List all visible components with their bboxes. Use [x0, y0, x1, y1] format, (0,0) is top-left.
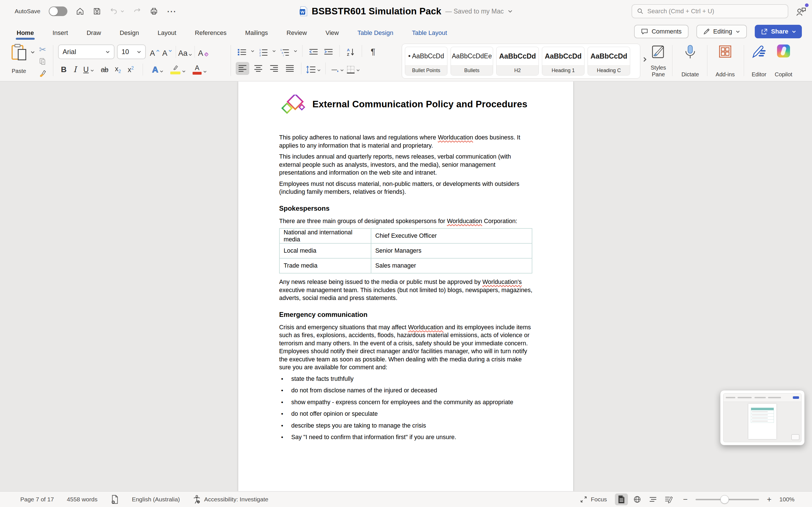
bullet-marker: •	[281, 375, 283, 383]
shrink-font-button[interactable]: A	[161, 45, 173, 58]
italic-button[interactable]: I	[73, 66, 77, 73]
editor-button[interactable]: Editor	[748, 45, 770, 78]
zoom-slider[interactable]	[696, 495, 759, 504]
undo-icon[interactable]	[110, 7, 118, 15]
style-heading-c[interactable]: AaBbCcDd Heading C	[588, 47, 630, 75]
sort-icon: AZ	[346, 47, 355, 56]
paste-button[interactable]	[9, 44, 29, 61]
tab-review[interactable]: Review	[277, 24, 316, 42]
numbered-list-chevron-icon[interactable]	[272, 50, 276, 52]
font-name-select[interactable]: Arial	[58, 45, 114, 59]
style-h2[interactable]: AaBbCcDd H2	[496, 47, 539, 75]
web-layout-view-button[interactable]	[631, 494, 644, 505]
tab-draw[interactable]: Draw	[77, 24, 110, 42]
outline-view-button[interactable]	[647, 494, 659, 505]
change-case-button[interactable]: Aa	[178, 45, 192, 58]
tab-table-design[interactable]: Table Design	[348, 24, 403, 42]
outline-view-icon	[649, 496, 657, 503]
font-color-button[interactable]: A	[193, 64, 207, 75]
zoom-out-button[interactable]: −	[683, 495, 688, 504]
print-layout-view-button[interactable]	[615, 494, 628, 505]
align-left-button[interactable]	[236, 62, 249, 75]
search-input[interactable]	[647, 8, 783, 15]
styles-pane-button[interactable]: Styles Pane	[646, 45, 670, 78]
tab-mailings[interactable]: Mailings	[236, 24, 277, 42]
underline-button[interactable]: U	[83, 66, 94, 73]
paste-chevron-icon[interactable]	[31, 51, 35, 54]
redo-icon[interactable]	[133, 7, 141, 15]
list-item-text: show empathy - express concern for emplo…	[291, 399, 513, 406]
strikethrough-button[interactable]: ab	[101, 66, 108, 73]
text-effects-button[interactable]: A	[152, 65, 163, 74]
tab-insert[interactable]: Insert	[43, 24, 77, 42]
draft-view-button[interactable]	[662, 494, 675, 505]
focus-mode-button[interactable]: Focus	[580, 496, 607, 503]
show-paragraph-marks-button[interactable]: ¶	[367, 45, 379, 57]
comments-button[interactable]: Comments	[634, 25, 688, 38]
shading-button[interactable]	[330, 62, 344, 75]
multilevel-list-button[interactable]: 1ai	[278, 45, 291, 57]
editing-mode-button[interactable]: Editing	[696, 25, 747, 38]
style-heading-1[interactable]: AaBbCcDd Heading 1	[542, 47, 585, 75]
bullet-list-chevron-icon[interactable]	[251, 50, 255, 52]
more-commands-icon[interactable]: ⋯	[167, 8, 177, 14]
people-presence-icon[interactable]	[796, 6, 807, 16]
font-size-select[interactable]: 10	[117, 45, 146, 59]
language-selector[interactable]: English (Australia)	[132, 496, 180, 503]
line-spacing-button[interactable]	[306, 62, 321, 75]
save-icon[interactable]	[93, 7, 101, 15]
tab-view[interactable]: View	[316, 24, 348, 42]
numbered-list-button[interactable]: 123	[257, 45, 269, 57]
cut-button[interactable]: ✂	[37, 45, 49, 54]
copilot-button[interactable]: Copilot	[771, 45, 796, 78]
bullet-list-button[interactable]	[236, 45, 248, 57]
copy-button[interactable]	[37, 57, 49, 66]
style-bullet-points[interactable]: • AaBbCcDd Bullet Points	[405, 47, 448, 75]
bullet-marker: •	[281, 410, 283, 418]
accessibility-status[interactable]: ! Accessibility: Investigate	[193, 495, 268, 504]
dictate-button[interactable]: Dictate	[677, 45, 704, 78]
align-center-button[interactable]	[252, 62, 265, 75]
style-bullets[interactable]: AaBbCcDdEe Bullets	[451, 47, 493, 75]
clear-formatting-button[interactable]: A	[197, 45, 209, 58]
page-count[interactable]: Page 7 of 17	[20, 496, 54, 503]
proofing-status-icon[interactable]	[110, 495, 119, 504]
addins-button[interactable]: Add-ins	[712, 45, 739, 78]
tab-references[interactable]: References	[186, 24, 236, 42]
document-page[interactable]: External Communication Policy and Proced…	[238, 81, 573, 491]
paragraph: Employees must not discuss material, non…	[279, 180, 533, 196]
tab-table-layout[interactable]: Table Layout	[403, 24, 456, 42]
justify-button[interactable]	[283, 62, 297, 75]
word-count[interactable]: 4558 words	[67, 496, 98, 503]
grow-font-caret-icon	[156, 50, 160, 52]
grow-font-button[interactable]: A	[149, 45, 161, 58]
undo-chevron-icon[interactable]	[120, 10, 124, 13]
zoom-percentage[interactable]: 100%	[779, 496, 795, 503]
search-box[interactable]	[631, 4, 788, 18]
multilevel-chevron-icon[interactable]	[294, 50, 297, 52]
bullet-marker: •	[281, 386, 283, 395]
bold-button[interactable]: B	[61, 66, 66, 73]
increase-indent-button[interactable]	[322, 45, 335, 57]
comments-label: Comments	[652, 28, 681, 35]
print-icon[interactable]	[150, 7, 158, 15]
home-icon[interactable]	[76, 7, 84, 15]
zoom-in-button[interactable]: +	[767, 495, 771, 504]
borders-button[interactable]	[346, 62, 360, 75]
superscript-button[interactable]: x2	[128, 66, 134, 73]
sort-button[interactable]: AZ	[345, 45, 357, 57]
decrease-indent-button[interactable]	[307, 45, 320, 57]
tab-home[interactable]: Home	[7, 24, 43, 42]
tab-design[interactable]: Design	[110, 24, 148, 42]
share-button[interactable]: Share	[755, 25, 802, 38]
tab-layout[interactable]: Layout	[148, 24, 186, 42]
title-chevron-icon[interactable]	[507, 10, 513, 13]
autosave-toggle[interactable]	[49, 6, 67, 16]
svg-text:i: i	[283, 54, 284, 56]
screenshot-preview-thumbnail[interactable]	[720, 390, 805, 445]
highlight-button[interactable]	[170, 65, 186, 74]
align-right-button[interactable]	[267, 62, 281, 75]
zoom-slider-thumb[interactable]	[720, 495, 729, 504]
subscript-button[interactable]: x2	[115, 65, 121, 74]
format-painter-button[interactable]	[37, 69, 49, 78]
